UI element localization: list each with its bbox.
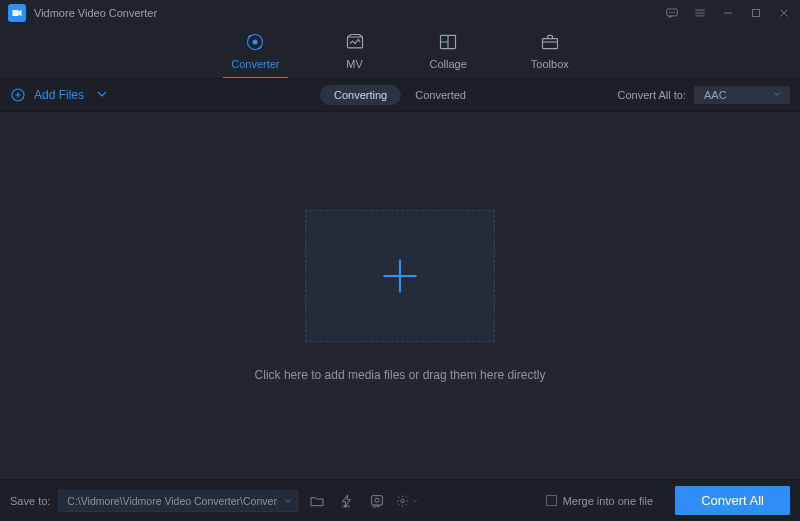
convert-all-to-label: Convert All to: xyxy=(618,89,686,101)
svg-point-1 xyxy=(669,12,670,13)
plus-circle-icon xyxy=(10,87,26,103)
chevron-down-icon xyxy=(772,89,782,101)
nav-tab-converter[interactable]: Converter xyxy=(227,32,283,78)
seg-converting[interactable]: Converting xyxy=(320,85,401,105)
mv-icon xyxy=(344,32,366,52)
chevron-down-icon xyxy=(412,493,419,509)
feedback-icon[interactable] xyxy=(664,5,680,21)
merge-checkbox[interactable]: Merge into one file xyxy=(546,495,654,507)
svg-text:OFF: OFF xyxy=(343,504,351,509)
nav-label: Converter xyxy=(231,58,279,70)
app-window: Vidmore Video Converter Co xyxy=(0,0,800,521)
merge-label: Merge into one file xyxy=(563,495,654,507)
convert-all-button[interactable]: Convert All xyxy=(675,486,790,515)
converter-icon xyxy=(244,32,266,52)
maximize-button[interactable] xyxy=(748,5,764,21)
toolbar: Add Files Converting Converted Convert A… xyxy=(0,78,800,112)
svg-rect-12 xyxy=(372,495,383,504)
close-button[interactable] xyxy=(776,5,792,21)
nav-tab-toolbox[interactable]: Toolbox xyxy=(527,32,573,78)
high-speed-button[interactable]: OFF xyxy=(366,490,388,512)
save-to-label: Save to: xyxy=(10,495,50,507)
svg-point-2 xyxy=(672,12,673,13)
plus-icon xyxy=(378,254,422,298)
main-nav: Converter MV Collage Toolbox xyxy=(0,26,800,78)
menu-icon[interactable] xyxy=(692,5,708,21)
add-files-label: Add Files xyxy=(34,88,84,102)
svg-rect-9 xyxy=(542,39,557,49)
convert-all-to: Convert All to: AAC xyxy=(618,86,790,104)
svg-rect-4 xyxy=(753,10,760,17)
output-format-value: AAC xyxy=(704,89,727,101)
nav-label: Collage xyxy=(430,58,467,70)
open-folder-button[interactable] xyxy=(306,490,328,512)
save-path-box: C:\Vidmore\Vidmore Video Converter\Conve… xyxy=(58,490,298,512)
nav-label: MV xyxy=(346,58,363,70)
nav-label: Toolbox xyxy=(531,58,569,70)
app-logo-icon xyxy=(8,4,26,22)
save-path-value: C:\Vidmore\Vidmore Video Converter\Conve… xyxy=(59,495,277,507)
hardware-accel-button[interactable]: OFF xyxy=(336,490,358,512)
status-segment: Converting Converted xyxy=(320,85,480,105)
svg-point-6 xyxy=(253,40,258,45)
title-bar: Vidmore Video Converter xyxy=(0,0,800,26)
settings-button[interactable] xyxy=(396,490,418,512)
save-path-dropdown[interactable] xyxy=(277,490,297,512)
dropzone[interactable] xyxy=(305,210,495,342)
seg-converted[interactable]: Converted xyxy=(401,85,480,105)
collage-icon xyxy=(437,32,459,52)
nav-tab-mv[interactable]: MV xyxy=(340,32,370,78)
svg-rect-7 xyxy=(347,37,362,48)
checkbox-icon xyxy=(546,495,557,506)
window-controls xyxy=(664,5,792,21)
nav-tab-collage[interactable]: Collage xyxy=(426,32,471,78)
chevron-down-icon xyxy=(94,86,110,105)
dropzone-hint: Click here to add media files or drag th… xyxy=(255,368,546,382)
toolbox-icon xyxy=(539,32,561,52)
work-area: Click here to add media files or drag th… xyxy=(0,112,800,479)
svg-text:OFF: OFF xyxy=(373,504,381,509)
bottom-bar: Save to: C:\Vidmore\Vidmore Video Conver… xyxy=(0,479,800,521)
add-files-button[interactable]: Add Files xyxy=(10,86,110,105)
app-title: Vidmore Video Converter xyxy=(34,7,157,19)
svg-point-13 xyxy=(375,498,379,502)
svg-point-3 xyxy=(674,12,675,13)
svg-point-15 xyxy=(401,499,404,502)
minimize-button[interactable] xyxy=(720,5,736,21)
output-format-select[interactable]: AAC xyxy=(694,86,790,104)
